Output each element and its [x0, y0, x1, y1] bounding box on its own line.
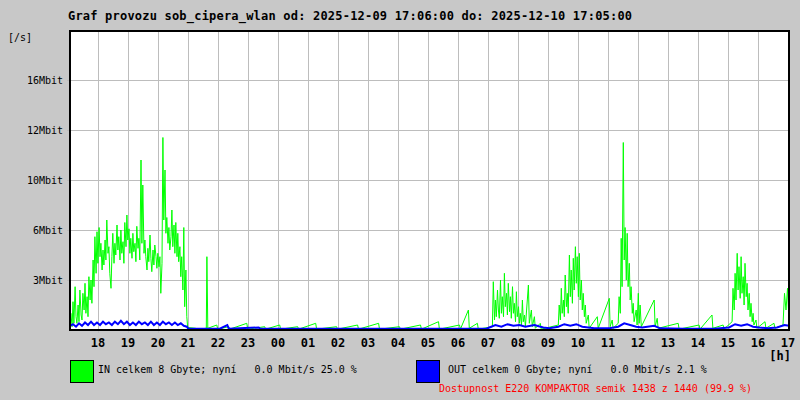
mrtg-traffic-graph: Graf provozu sob_cipera_wlan od: 2025-12… [0, 0, 800, 400]
x-axis-tick-label: 22 [211, 336, 225, 350]
y-axis-tick-label: 12Mbit [27, 125, 63, 136]
out-legend-label: OUT celkem 0 Gbyte; nyní 0.0 Mbit/s 2.1 … [448, 364, 707, 375]
x-axis-tick-label: 20 [151, 336, 165, 350]
x-axis-tick-label: 13 [661, 336, 675, 350]
x-axis-tick-label: 19 [121, 336, 135, 350]
x-axis-tick-label: 17 [781, 336, 795, 350]
y-axis-tick-label: 10Mbit [27, 175, 63, 186]
x-axis-tick-label: 15 [721, 336, 735, 350]
x-axis-tick-label: 09 [541, 336, 555, 350]
x-axis-tick-label: 04 [391, 336, 405, 350]
x-axis-tick-label: 01 [301, 336, 315, 350]
x-axis-tick-label: 07 [481, 336, 495, 350]
x-axis-tick-label: 23 [241, 336, 255, 350]
y-axis-tick-label: 3Mbit [33, 275, 63, 286]
y-axis-unit-label: [/s] [8, 32, 32, 43]
x-axis-tick-label: 14 [691, 336, 705, 350]
y-axis-tick-label: 6Mbit [33, 225, 63, 236]
x-axis-tick-label: 12 [631, 336, 645, 350]
x-axis-tick-label: 08 [511, 336, 525, 350]
x-axis-tick-label: 18 [91, 336, 105, 350]
x-axis-tick-label: 16 [751, 336, 765, 350]
x-axis-tick-label: 10 [571, 336, 585, 350]
x-axis-tick-label: 05 [421, 336, 435, 350]
x-axis-tick-label: 03 [361, 336, 375, 350]
x-axis-tick-label: 06 [451, 336, 465, 350]
x-axis-tick-label: 11 [601, 336, 615, 350]
x-axis-tick-label: 21 [181, 336, 195, 350]
y-axis-tick-label: 16Mbit [27, 75, 63, 86]
x-axis-tick-label: 00 [271, 336, 285, 350]
availability-text: Dostupnost E220 KOMPAKTOR semik 1438 z 1… [439, 383, 752, 394]
x-axis-tick-label: 02 [331, 336, 345, 350]
x-axis-unit-label: [h] [769, 349, 791, 363]
out-legend-swatch [416, 360, 440, 383]
traffic-chart: 1819202122230001020304050607080910111213… [0, 0, 800, 400]
in-legend-swatch [70, 360, 94, 383]
in-legend-label: IN celkem 8 Gbyte; nyní 0.0 Mbit/s 25.0 … [98, 364, 357, 375]
